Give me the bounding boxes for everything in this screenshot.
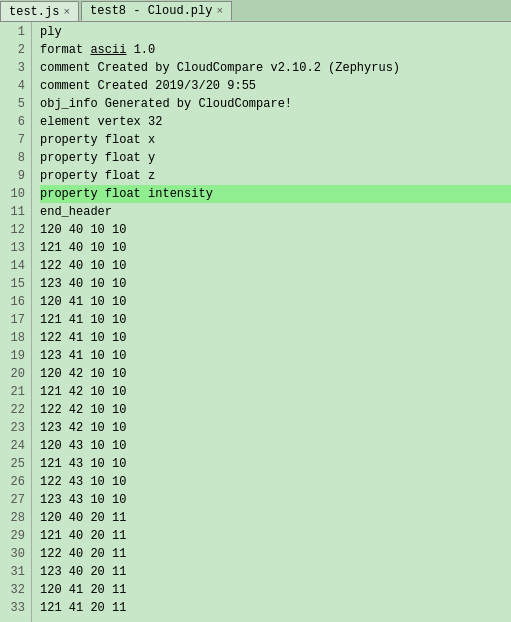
code-line-31: 123 40 20 11 bbox=[40, 563, 511, 581]
code-line-33: 121 41 20 11 bbox=[40, 599, 511, 617]
line-number-23: 23 bbox=[0, 419, 25, 437]
code-line-16: 120 41 10 10 bbox=[40, 293, 511, 311]
tab-cloud-ply[interactable]: test8 - Cloud.ply × bbox=[81, 1, 232, 21]
line-number-4: 4 bbox=[0, 77, 25, 95]
line-number-3: 3 bbox=[0, 59, 25, 77]
code-line-26: 122 43 10 10 bbox=[40, 473, 511, 491]
tab-test-js-close[interactable]: × bbox=[63, 6, 70, 18]
line-number-2: 2 bbox=[0, 41, 25, 59]
code-line-23: 123 42 10 10 bbox=[40, 419, 511, 437]
line-number-12: 12 bbox=[0, 221, 25, 239]
tab-test-js-label: test.js bbox=[9, 5, 59, 19]
line-number-22: 22 bbox=[0, 401, 25, 419]
line-number-19: 19 bbox=[0, 347, 25, 365]
code-line-13: 121 40 10 10 bbox=[40, 239, 511, 257]
line-number-9: 9 bbox=[0, 167, 25, 185]
line-number-27: 27 bbox=[0, 491, 25, 509]
code-line-32: 120 41 20 11 bbox=[40, 581, 511, 599]
code-line-7: property float x bbox=[40, 131, 511, 149]
line-number-18: 18 bbox=[0, 329, 25, 347]
code-line-19: 123 41 10 10 bbox=[40, 347, 511, 365]
line-number-11: 11 bbox=[0, 203, 25, 221]
line-number-30: 30 bbox=[0, 545, 25, 563]
line-number-17: 17 bbox=[0, 311, 25, 329]
intensity-highlight: intensity bbox=[148, 187, 213, 201]
line-number-29: 29 bbox=[0, 527, 25, 545]
code-line-30: 122 40 20 11 bbox=[40, 545, 511, 563]
code-line-5: obj_info Generated by CloudCompare! bbox=[40, 95, 511, 113]
code-line-10: property float intensity bbox=[40, 185, 511, 203]
line-number-10: 10 bbox=[0, 185, 25, 203]
line-numbers: 1234567891011121314151617181920212223242… bbox=[0, 22, 32, 622]
code-line-21: 121 42 10 10 bbox=[40, 383, 511, 401]
code-line-15: 123 40 10 10 bbox=[40, 275, 511, 293]
code-line-3: comment Created by CloudCompare v2.10.2 … bbox=[40, 59, 511, 77]
line-number-32: 32 bbox=[0, 581, 25, 599]
code-area: plyformat ascii 1.0comment Created by Cl… bbox=[32, 22, 511, 622]
code-line-28: 120 40 20 11 bbox=[40, 509, 511, 527]
line-number-20: 20 bbox=[0, 365, 25, 383]
tab-cloud-ply-close[interactable]: × bbox=[216, 5, 223, 17]
code-line-1: ply bbox=[40, 23, 511, 41]
code-line-27: 123 43 10 10 bbox=[40, 491, 511, 509]
code-line-24: 120 43 10 10 bbox=[40, 437, 511, 455]
line-number-31: 31 bbox=[0, 563, 25, 581]
code-text-format: format bbox=[40, 43, 90, 57]
line-number-7: 7 bbox=[0, 131, 25, 149]
line-number-21: 21 bbox=[0, 383, 25, 401]
code-line-11: end_header bbox=[40, 203, 511, 221]
line-number-13: 13 bbox=[0, 239, 25, 257]
editor: 1234567891011121314151617181920212223242… bbox=[0, 22, 511, 622]
line-number-28: 28 bbox=[0, 509, 25, 527]
code-line-18: 122 41 10 10 bbox=[40, 329, 511, 347]
line-number-5: 5 bbox=[0, 95, 25, 113]
ascii-underline: ascii bbox=[90, 43, 126, 57]
code-text-prefix: property float bbox=[40, 187, 148, 201]
code-line-14: 122 40 10 10 bbox=[40, 257, 511, 275]
line-number-16: 16 bbox=[0, 293, 25, 311]
code-line-17: 121 41 10 10 bbox=[40, 311, 511, 329]
line-number-8: 8 bbox=[0, 149, 25, 167]
line-number-6: 6 bbox=[0, 113, 25, 131]
code-line-2: format ascii 1.0 bbox=[40, 41, 511, 59]
code-line-6: element vertex 32 bbox=[40, 113, 511, 131]
code-line-25: 121 43 10 10 bbox=[40, 455, 511, 473]
code-line-9: property float z bbox=[40, 167, 511, 185]
tab-cloud-ply-label: test8 - Cloud.ply bbox=[90, 4, 212, 18]
code-line-4: comment Created 2019/3/20 9:55 bbox=[40, 77, 511, 95]
code-line-29: 121 40 20 11 bbox=[40, 527, 511, 545]
line-number-15: 15 bbox=[0, 275, 25, 293]
line-number-14: 14 bbox=[0, 257, 25, 275]
code-text-version: 1.0 bbox=[126, 43, 155, 57]
line-number-25: 25 bbox=[0, 455, 25, 473]
code-line-22: 122 42 10 10 bbox=[40, 401, 511, 419]
tab-test-js[interactable]: test.js × bbox=[0, 1, 79, 21]
line-number-26: 26 bbox=[0, 473, 25, 491]
line-number-1: 1 bbox=[0, 23, 25, 41]
code-line-20: 120 42 10 10 bbox=[40, 365, 511, 383]
tab-bar: test.js × test8 - Cloud.ply × bbox=[0, 0, 511, 22]
line-number-33: 33 bbox=[0, 599, 25, 617]
code-line-12: 120 40 10 10 bbox=[40, 221, 511, 239]
code-line-8: property float y bbox=[40, 149, 511, 167]
line-number-24: 24 bbox=[0, 437, 25, 455]
